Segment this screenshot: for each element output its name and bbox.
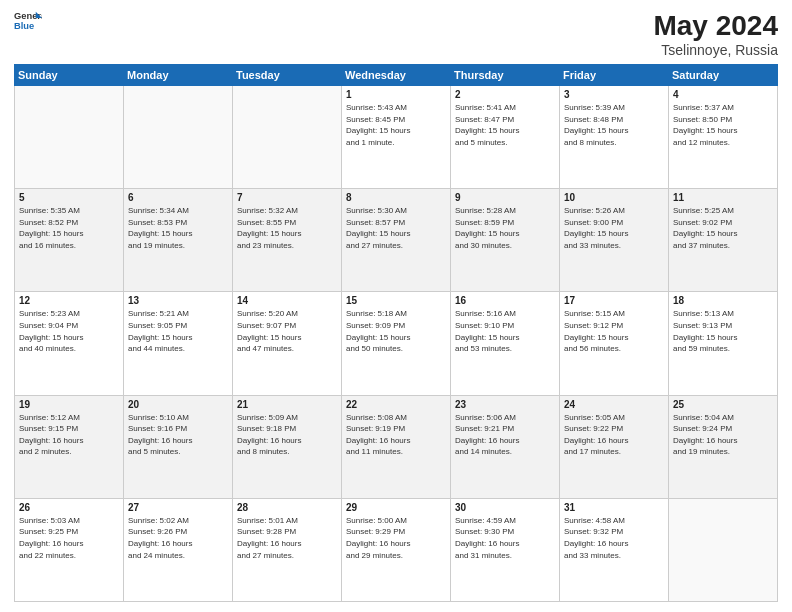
logo: General Blue	[14, 10, 42, 32]
day-info: Sunrise: 5:06 AM Sunset: 9:21 PM Dayligh…	[455, 412, 555, 458]
calendar-week-row: 5Sunrise: 5:35 AM Sunset: 8:52 PM Daylig…	[15, 189, 778, 292]
day-info: Sunrise: 5:26 AM Sunset: 9:00 PM Dayligh…	[564, 205, 664, 251]
calendar-cell: 25Sunrise: 5:04 AM Sunset: 9:24 PM Dayli…	[669, 395, 778, 498]
title-block: May 2024 Tselinnoye, Russia	[653, 10, 778, 58]
header-friday: Friday	[560, 65, 669, 86]
day-info: Sunrise: 5:21 AM Sunset: 9:05 PM Dayligh…	[128, 308, 228, 354]
day-number: 15	[346, 295, 446, 306]
calendar-cell: 7Sunrise: 5:32 AM Sunset: 8:55 PM Daylig…	[233, 189, 342, 292]
calendar-cell	[233, 86, 342, 189]
calendar-cell: 18Sunrise: 5:13 AM Sunset: 9:13 PM Dayli…	[669, 292, 778, 395]
day-info: Sunrise: 5:04 AM Sunset: 9:24 PM Dayligh…	[673, 412, 773, 458]
header-wednesday: Wednesday	[342, 65, 451, 86]
day-info: Sunrise: 5:15 AM Sunset: 9:12 PM Dayligh…	[564, 308, 664, 354]
day-number: 2	[455, 89, 555, 100]
day-info: Sunrise: 5:39 AM Sunset: 8:48 PM Dayligh…	[564, 102, 664, 148]
calendar-week-row: 26Sunrise: 5:03 AM Sunset: 9:25 PM Dayli…	[15, 498, 778, 601]
calendar-cell: 9Sunrise: 5:28 AM Sunset: 8:59 PM Daylig…	[451, 189, 560, 292]
calendar-cell	[669, 498, 778, 601]
day-info: Sunrise: 4:58 AM Sunset: 9:32 PM Dayligh…	[564, 515, 664, 561]
header-thursday: Thursday	[451, 65, 560, 86]
day-number: 30	[455, 502, 555, 513]
header-tuesday: Tuesday	[233, 65, 342, 86]
day-header-row: Sunday Monday Tuesday Wednesday Thursday…	[15, 65, 778, 86]
calendar-cell: 5Sunrise: 5:35 AM Sunset: 8:52 PM Daylig…	[15, 189, 124, 292]
day-info: Sunrise: 5:09 AM Sunset: 9:18 PM Dayligh…	[237, 412, 337, 458]
day-info: Sunrise: 5:43 AM Sunset: 8:45 PM Dayligh…	[346, 102, 446, 148]
calendar-cell: 26Sunrise: 5:03 AM Sunset: 9:25 PM Dayli…	[15, 498, 124, 601]
calendar-cell: 23Sunrise: 5:06 AM Sunset: 9:21 PM Dayli…	[451, 395, 560, 498]
day-number: 26	[19, 502, 119, 513]
header-sunday: Sunday	[15, 65, 124, 86]
page: General Blue May 2024 Tselinnoye, Russia…	[0, 0, 792, 612]
day-number: 13	[128, 295, 228, 306]
day-number: 29	[346, 502, 446, 513]
calendar-cell: 1Sunrise: 5:43 AM Sunset: 8:45 PM Daylig…	[342, 86, 451, 189]
calendar-cell: 6Sunrise: 5:34 AM Sunset: 8:53 PM Daylig…	[124, 189, 233, 292]
calendar-cell: 24Sunrise: 5:05 AM Sunset: 9:22 PM Dayli…	[560, 395, 669, 498]
day-number: 17	[564, 295, 664, 306]
day-number: 14	[237, 295, 337, 306]
day-info: Sunrise: 5:34 AM Sunset: 8:53 PM Dayligh…	[128, 205, 228, 251]
day-info: Sunrise: 5:13 AM Sunset: 9:13 PM Dayligh…	[673, 308, 773, 354]
calendar-cell: 16Sunrise: 5:16 AM Sunset: 9:10 PM Dayli…	[451, 292, 560, 395]
calendar-cell: 11Sunrise: 5:25 AM Sunset: 9:02 PM Dayli…	[669, 189, 778, 292]
day-number: 8	[346, 192, 446, 203]
day-info: Sunrise: 5:05 AM Sunset: 9:22 PM Dayligh…	[564, 412, 664, 458]
calendar-cell: 20Sunrise: 5:10 AM Sunset: 9:16 PM Dayli…	[124, 395, 233, 498]
calendar-cell: 10Sunrise: 5:26 AM Sunset: 9:00 PM Dayli…	[560, 189, 669, 292]
day-info: Sunrise: 5:32 AM Sunset: 8:55 PM Dayligh…	[237, 205, 337, 251]
calendar-location: Tselinnoye, Russia	[653, 42, 778, 58]
calendar-cell	[15, 86, 124, 189]
day-info: Sunrise: 5:16 AM Sunset: 9:10 PM Dayligh…	[455, 308, 555, 354]
calendar-cell: 19Sunrise: 5:12 AM Sunset: 9:15 PM Dayli…	[15, 395, 124, 498]
day-info: Sunrise: 5:08 AM Sunset: 9:19 PM Dayligh…	[346, 412, 446, 458]
calendar-cell: 22Sunrise: 5:08 AM Sunset: 9:19 PM Dayli…	[342, 395, 451, 498]
day-number: 1	[346, 89, 446, 100]
day-number: 24	[564, 399, 664, 410]
day-number: 3	[564, 89, 664, 100]
calendar-title: May 2024	[653, 10, 778, 42]
day-number: 31	[564, 502, 664, 513]
day-info: Sunrise: 5:10 AM Sunset: 9:16 PM Dayligh…	[128, 412, 228, 458]
header: General Blue May 2024 Tselinnoye, Russia	[14, 10, 778, 58]
day-number: 19	[19, 399, 119, 410]
calendar-cell: 31Sunrise: 4:58 AM Sunset: 9:32 PM Dayli…	[560, 498, 669, 601]
day-number: 6	[128, 192, 228, 203]
day-number: 12	[19, 295, 119, 306]
calendar-week-row: 12Sunrise: 5:23 AM Sunset: 9:04 PM Dayli…	[15, 292, 778, 395]
day-info: Sunrise: 5:37 AM Sunset: 8:50 PM Dayligh…	[673, 102, 773, 148]
day-number: 16	[455, 295, 555, 306]
svg-text:Blue: Blue	[14, 21, 34, 31]
calendar-cell: 2Sunrise: 5:41 AM Sunset: 8:47 PM Daylig…	[451, 86, 560, 189]
calendar-week-row: 19Sunrise: 5:12 AM Sunset: 9:15 PM Dayli…	[15, 395, 778, 498]
day-number: 20	[128, 399, 228, 410]
day-info: Sunrise: 5:01 AM Sunset: 9:28 PM Dayligh…	[237, 515, 337, 561]
day-info: Sunrise: 5:12 AM Sunset: 9:15 PM Dayligh…	[19, 412, 119, 458]
calendar-cell: 17Sunrise: 5:15 AM Sunset: 9:12 PM Dayli…	[560, 292, 669, 395]
day-info: Sunrise: 5:02 AM Sunset: 9:26 PM Dayligh…	[128, 515, 228, 561]
day-number: 5	[19, 192, 119, 203]
day-info: Sunrise: 4:59 AM Sunset: 9:30 PM Dayligh…	[455, 515, 555, 561]
calendar-cell: 4Sunrise: 5:37 AM Sunset: 8:50 PM Daylig…	[669, 86, 778, 189]
calendar-cell: 28Sunrise: 5:01 AM Sunset: 9:28 PM Dayli…	[233, 498, 342, 601]
calendar-cell: 21Sunrise: 5:09 AM Sunset: 9:18 PM Dayli…	[233, 395, 342, 498]
calendar-cell: 3Sunrise: 5:39 AM Sunset: 8:48 PM Daylig…	[560, 86, 669, 189]
calendar-cell: 27Sunrise: 5:02 AM Sunset: 9:26 PM Dayli…	[124, 498, 233, 601]
day-number: 7	[237, 192, 337, 203]
day-number: 11	[673, 192, 773, 203]
day-number: 22	[346, 399, 446, 410]
day-number: 10	[564, 192, 664, 203]
day-number: 27	[128, 502, 228, 513]
day-info: Sunrise: 5:00 AM Sunset: 9:29 PM Dayligh…	[346, 515, 446, 561]
calendar-table: Sunday Monday Tuesday Wednesday Thursday…	[14, 64, 778, 602]
calendar-cell: 14Sunrise: 5:20 AM Sunset: 9:07 PM Dayli…	[233, 292, 342, 395]
calendar-cell: 15Sunrise: 5:18 AM Sunset: 9:09 PM Dayli…	[342, 292, 451, 395]
day-number: 9	[455, 192, 555, 203]
day-info: Sunrise: 5:18 AM Sunset: 9:09 PM Dayligh…	[346, 308, 446, 354]
header-saturday: Saturday	[669, 65, 778, 86]
day-info: Sunrise: 5:30 AM Sunset: 8:57 PM Dayligh…	[346, 205, 446, 251]
day-info: Sunrise: 5:23 AM Sunset: 9:04 PM Dayligh…	[19, 308, 119, 354]
day-number: 18	[673, 295, 773, 306]
day-info: Sunrise: 5:28 AM Sunset: 8:59 PM Dayligh…	[455, 205, 555, 251]
